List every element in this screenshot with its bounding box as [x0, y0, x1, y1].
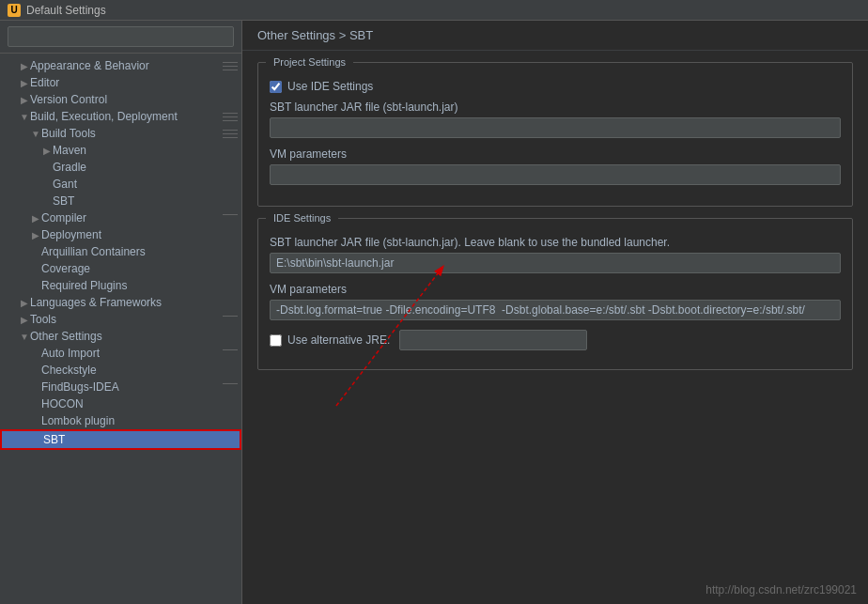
sidebar-item-sbt-settings[interactable]: SBT — [0, 429, 241, 450]
arrow-icon: ▼ — [19, 112, 30, 122]
group-content: Use IDE Settings SBT launcher JAR file (… — [258, 78, 852, 206]
sidebar-item-label: Deployment — [41, 228, 238, 241]
content-area: Project Settings Use IDE Settings SBT la… — [242, 51, 868, 604]
sidebar-item-editor[interactable]: ▶ Editor — [0, 74, 241, 91]
use-ide-settings-checkbox[interactable] — [270, 81, 282, 93]
sidebar-tree: ▶ Appearance & Behavior ▶ Editor ▶ Versi… — [0, 54, 241, 604]
search-box — [0, 21, 241, 54]
svg-rect-7 — [223, 133, 238, 134]
sidebar-item-appearance[interactable]: ▶ Appearance & Behavior — [0, 57, 241, 74]
arrow-icon: ▶ — [19, 78, 30, 88]
sidebar-item-build-exec[interactable]: ▼ Build, Execution, Deployment — [0, 108, 241, 125]
sidebar-item-label: Maven — [53, 144, 238, 157]
ide-vm-input[interactable] — [270, 300, 841, 320]
svg-rect-0 — [223, 62, 238, 63]
arrow-icon: ▶ — [41, 146, 53, 156]
sidebar-item-label: FindBugs-IDEA — [41, 380, 223, 394]
settings-icon — [223, 111, 238, 122]
svg-rect-8 — [223, 137, 238, 138]
watermark: http://blog.csdn.net/zrc199021 — [705, 583, 857, 596]
sidebar-item-tools[interactable]: ▶ Tools — [0, 311, 241, 328]
sidebar-item-label: Build Tools — [41, 127, 223, 140]
vm-input[interactable] — [270, 164, 841, 185]
settings-icon — [223, 128, 238, 139]
group-title: Project Settings — [266, 54, 353, 70]
sidebar-item-build-tools[interactable]: ▼ Build Tools — [0, 125, 241, 142]
settings-icon — [223, 60, 238, 71]
ide-launcher-input[interactable] — [270, 253, 841, 273]
settings-icon — [223, 212, 238, 224]
svg-rect-10 — [223, 316, 238, 317]
sidebar-item-label: Gradle — [53, 161, 238, 174]
sidebar-item-label: Editor — [30, 76, 238, 89]
launcher-label: SBT launcher JAR file (sbt-launch.jar) — [270, 101, 841, 114]
sidebar-item-findbugs[interactable]: FindBugs-IDEA — [0, 379, 241, 395]
sidebar-item-label: Coverage — [41, 262, 238, 275]
search-input[interactable] — [8, 26, 234, 47]
arrow-icon: ▶ — [19, 61, 30, 71]
sidebar-item-label: SBT — [43, 433, 236, 446]
window-title: Default Settings — [26, 4, 106, 17]
sidebar-item-label: Version Control — [30, 93, 238, 106]
svg-rect-2 — [223, 70, 238, 70]
alt-jre-input[interactable] — [399, 330, 587, 350]
sidebar-item-label: HOCON — [41, 397, 238, 410]
sidebar-item-languages[interactable]: ▶ Languages & Frameworks — [0, 294, 241, 311]
sidebar-item-label: SBT — [53, 194, 238, 208]
sidebar-item-version-control[interactable]: ▶ Version Control — [0, 91, 241, 108]
use-ide-settings-row: Use IDE Settings — [270, 80, 841, 93]
arrow-icon: ▼ — [30, 129, 41, 139]
use-alt-jre-checkbox[interactable] — [270, 334, 282, 347]
sidebar-item-label: Tools — [30, 313, 223, 326]
project-settings-group: Project Settings Use IDE Settings SBT la… — [257, 62, 853, 207]
svg-rect-11 — [223, 349, 238, 350]
sidebar-item-label: Other Settings — [30, 330, 238, 343]
sidebar-item-required-plugins[interactable]: Required Plugins — [0, 277, 241, 294]
sidebar-item-checkstyle[interactable]: Checkstyle — [0, 362, 241, 379]
settings-icon — [223, 314, 238, 325]
group-content: SBT launcher JAR file (sbt-launch.jar). … — [258, 234, 852, 369]
arrow-icon: ▶ — [19, 95, 30, 105]
sidebar-item-gant[interactable]: Gant — [0, 176, 241, 193]
svg-rect-3 — [223, 113, 238, 114]
svg-rect-9 — [223, 214, 238, 215]
sidebar-item-sbt-build[interactable]: SBT — [0, 193, 241, 209]
use-alt-jre-label: Use alternative JRE: — [287, 333, 390, 347]
title-bar: U Default Settings — [0, 0, 868, 21]
sidebar-item-maven[interactable]: ▶ Maven — [0, 142, 241, 159]
sidebar-item-label: Appearance & Behavior — [30, 59, 223, 72]
sidebar-item-hocon[interactable]: HOCON — [0, 395, 241, 412]
svg-rect-12 — [223, 383, 238, 384]
main-container: ▶ Appearance & Behavior ▶ Editor ▶ Versi… — [0, 21, 868, 604]
sidebar-item-gradle[interactable]: Gradle — [0, 159, 241, 176]
arrow-icon: ▶ — [19, 315, 30, 325]
sidebar-item-auto-import[interactable]: Auto Import — [0, 345, 241, 362]
svg-rect-6 — [223, 130, 238, 131]
sidebar-item-other-settings[interactable]: ▼ Other Settings — [0, 328, 241, 345]
sidebar: ▶ Appearance & Behavior ▶ Editor ▶ Versi… — [0, 21, 242, 604]
sidebar-item-compiler[interactable]: ▶ Compiler — [0, 209, 241, 226]
sidebar-item-coverage[interactable]: Coverage — [0, 260, 241, 277]
svg-rect-5 — [223, 120, 238, 121]
settings-icon — [223, 348, 238, 359]
right-panel: Other Settings > SBT Project Settings Us… — [242, 21, 868, 604]
use-alt-jre-row: Use alternative JRE: — [270, 330, 841, 350]
sidebar-item-arquillian[interactable]: Arquillian Containers — [0, 243, 241, 260]
svg-rect-1 — [223, 66, 238, 67]
sidebar-item-label: Arquillian Containers — [41, 245, 238, 258]
sidebar-item-label: Compiler — [41, 211, 223, 225]
settings-icon — [223, 381, 238, 393]
sidebar-item-label: Auto Import — [41, 347, 223, 360]
ide-launcher-label: SBT launcher JAR file (sbt-launch.jar). … — [270, 236, 841, 249]
arrow-icon: ▶ — [19, 298, 30, 308]
ide-vm-label: VM parameters — [270, 283, 841, 296]
sidebar-item-label: Build, Execution, Deployment — [30, 110, 223, 123]
sidebar-item-deployment[interactable]: ▶ Deployment — [0, 226, 241, 243]
sidebar-item-lombok[interactable]: Lombok plugin — [0, 412, 241, 429]
arrow-icon: ▶ — [30, 230, 41, 240]
sidebar-item-label: Languages & Frameworks — [30, 296, 238, 309]
arrow-icon: ▼ — [19, 332, 30, 342]
launcher-input[interactable] — [270, 117, 841, 138]
app-icon: U — [8, 4, 21, 17]
sidebar-item-label: Required Plugins — [41, 279, 238, 292]
